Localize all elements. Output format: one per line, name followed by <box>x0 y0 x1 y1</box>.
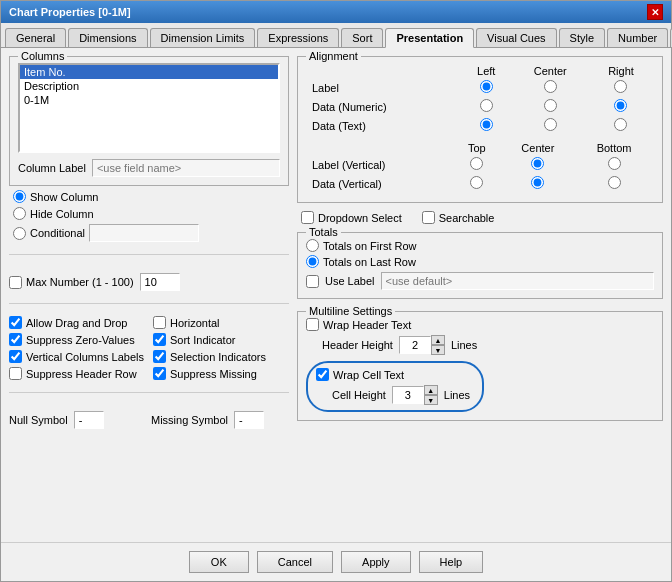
wrap-cell-checkbox[interactable] <box>316 368 329 381</box>
null-symbol-input[interactable] <box>74 411 104 429</box>
label-left-radio[interactable] <box>480 80 493 93</box>
use-label-input[interactable] <box>381 272 654 290</box>
totals-last-radio[interactable] <box>306 255 319 268</box>
tab-visual-cues[interactable]: Visual Cues <box>476 28 557 47</box>
label-vcenter-radio[interactable] <box>531 157 544 170</box>
list-item[interactable]: 0-1M <box>20 93 278 107</box>
numeric-center-radio[interactable] <box>544 99 557 112</box>
cell-lines-label: Lines <box>444 389 470 401</box>
tab-number[interactable]: Number <box>607 28 668 47</box>
max-number-label: Max Number (1 - 100) <box>26 276 134 288</box>
valign-bottom-header: Bottom <box>576 142 652 154</box>
cell-height-row: Cell Height ▲ ▼ Lines <box>332 385 470 405</box>
ok-button[interactable]: OK <box>189 551 249 573</box>
data-bottom-radio[interactable] <box>608 176 621 189</box>
cell-height-down[interactable]: ▼ <box>424 395 438 405</box>
apply-button[interactable]: Apply <box>341 551 411 573</box>
left-panel: Columns Item No. Description 0-1M Column… <box>9 56 289 534</box>
wrap-header-checkbox[interactable] <box>306 318 319 331</box>
main-content: Columns Item No. Description 0-1M Column… <box>1 48 671 542</box>
max-number-check-row: Max Number (1 - 100) <box>9 276 134 289</box>
suppress-zero-checkbox[interactable] <box>9 333 22 346</box>
max-number-checkbox[interactable] <box>9 276 22 289</box>
totals-last-label: Totals on Last Row <box>323 256 416 268</box>
align-right-header: Right <box>590 65 652 77</box>
tab-expressions[interactable]: Expressions <box>257 28 339 47</box>
column-label-input[interactable] <box>92 159 280 177</box>
label-center-radio[interactable] <box>544 80 557 93</box>
conditional-label: Conditional <box>30 227 85 239</box>
header-height-down[interactable]: ▼ <box>431 345 445 355</box>
tab-dimensions[interactable]: Dimensions <box>68 28 147 47</box>
totals-first-radio[interactable] <box>306 239 319 252</box>
conditional-input[interactable] <box>89 224 199 242</box>
horizontal-checkbox[interactable] <box>153 316 166 329</box>
allow-drag-drop-row: Allow Drag and Drop <box>9 316 145 329</box>
use-label-text: Use Label <box>325 275 375 287</box>
selection-indicators-checkbox[interactable] <box>153 350 166 363</box>
tab-style[interactable]: Style <box>559 28 605 47</box>
label-bottom-radio[interactable] <box>608 157 621 170</box>
label-right-radio[interactable] <box>614 80 627 93</box>
conditional-radio[interactable] <box>13 227 26 240</box>
cancel-button[interactable]: Cancel <box>257 551 333 573</box>
label-top-radio[interactable] <box>470 157 483 170</box>
tab-dimension-limits[interactable]: Dimension Limits <box>150 28 256 47</box>
bottom-bar: OK Cancel Apply Help <box>1 542 671 581</box>
missing-symbol-row: Missing Symbol <box>151 411 289 429</box>
conditional-row: Conditional <box>13 224 289 242</box>
label-row-label: Label <box>308 79 460 96</box>
suppress-header-checkbox[interactable] <box>9 367 22 380</box>
columns-listbox[interactable]: Item No. Description 0-1M <box>18 63 280 153</box>
suppress-zero-row: Suppress Zero-Values <box>9 333 145 346</box>
vertical-cols-label: Vertical Columns Labels <box>26 351 144 363</box>
use-label-checkbox[interactable] <box>306 275 319 288</box>
allow-drag-drop-checkbox[interactable] <box>9 316 22 329</box>
hide-column-label: Hide Column <box>30 208 94 220</box>
totals-first-row: Totals on First Row <box>306 239 654 252</box>
close-button[interactable]: ✕ <box>647 4 663 20</box>
hide-column-radio[interactable] <box>13 207 26 220</box>
list-item[interactable]: Description <box>20 79 278 93</box>
tab-presentation[interactable]: Presentation <box>385 28 474 48</box>
tab-sort[interactable]: Sort <box>341 28 383 47</box>
text-left-radio[interactable] <box>480 118 493 131</box>
list-item[interactable]: Item No. <box>20 65 278 79</box>
header-height-up[interactable]: ▲ <box>431 335 445 345</box>
cell-height-input[interactable] <box>392 386 424 404</box>
show-column-row: Show Column <box>13 190 289 203</box>
wrap-cell-section: Wrap Cell Text Cell Height ▲ ▼ <box>306 361 654 412</box>
header-height-spinner[interactable]: ▲ ▼ <box>399 335 445 355</box>
sort-indicator-checkbox[interactable] <box>153 333 166 346</box>
numeric-right-radio[interactable] <box>614 99 627 112</box>
data-top-radio[interactable] <box>470 176 483 189</box>
totals-group: Totals Totals on First Row Totals on Las… <box>297 232 663 299</box>
text-center-radio[interactable] <box>544 118 557 131</box>
header-height-input[interactable] <box>399 336 431 354</box>
numeric-left-radio[interactable] <box>480 99 493 112</box>
header-height-spinner-buttons: ▲ ▼ <box>431 335 445 355</box>
dropdown-select-row: Dropdown Select <box>301 211 402 224</box>
vertical-cols-checkbox[interactable] <box>9 350 22 363</box>
text-right-radio[interactable] <box>614 118 627 131</box>
data-vcenter-radio[interactable] <box>531 176 544 189</box>
show-column-radio[interactable] <box>13 190 26 203</box>
table-row: Label (Vertical) <box>308 156 652 173</box>
window-title: Chart Properties [0-1M] <box>9 6 131 18</box>
max-number-input[interactable] <box>140 273 180 291</box>
selection-indicators-row: Selection Indicators <box>153 350 289 363</box>
dropdown-select-checkbox[interactable] <box>301 211 314 224</box>
suppress-missing-checkbox[interactable] <box>153 367 166 380</box>
header-height-row: Header Height ▲ ▼ Lines <box>322 335 654 355</box>
cell-height-up[interactable]: ▲ <box>424 385 438 395</box>
align-left-header: Left <box>462 65 511 77</box>
missing-symbol-input[interactable] <box>234 411 264 429</box>
dropdown-select-label: Dropdown Select <box>318 212 402 224</box>
help-button[interactable]: Help <box>419 551 484 573</box>
suppress-zero-label: Suppress Zero-Values <box>26 334 135 346</box>
searchable-checkbox[interactable] <box>422 211 435 224</box>
cell-height-spinner[interactable]: ▲ ▼ <box>392 385 438 405</box>
wrap-header-row: Wrap Header Text <box>306 318 654 331</box>
column-visibility-group: Show Column Hide Column Conditional <box>9 190 289 242</box>
tab-general[interactable]: General <box>5 28 66 47</box>
